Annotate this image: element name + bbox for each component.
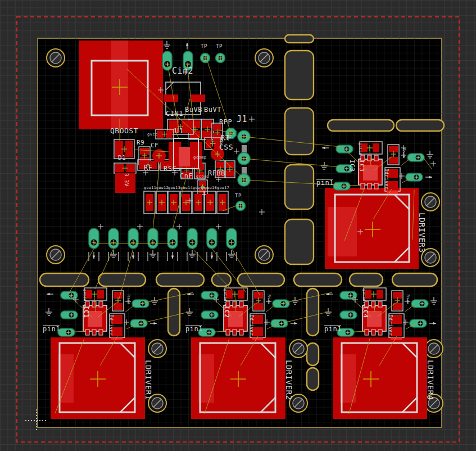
slot-outline (285, 219, 314, 264)
green-oval-pad-h (271, 319, 288, 327)
big-copper-pad: LDRIVER4 (333, 337, 435, 419)
driver-label: Ddriver (249, 315, 254, 336)
ic-pin (378, 301, 382, 307)
ic-pin (374, 155, 378, 161)
ic-pin (239, 330, 243, 335)
green-oval-pad-h (201, 311, 218, 319)
teal-oval-pad (226, 228, 237, 249)
slot-outline (396, 120, 444, 131)
label-ic1: IC1 (83, 306, 90, 318)
pad (377, 290, 383, 299)
sense-label: Rsen (267, 295, 271, 305)
label-cf: CF (151, 142, 158, 149)
label-gcomp: gcomp (193, 155, 207, 160)
label-33v: 3.3V (124, 173, 129, 187)
pcb-canvas[interactable]: LDRIVER3LDRIVER1LDRIVER2LDRIVER4gou11gou… (0, 0, 476, 451)
green-oval-pad-h (407, 154, 424, 161)
mount-hole (47, 49, 65, 67)
mount-hole (425, 340, 443, 358)
label-tp: TP (201, 43, 207, 49)
ic-pin (374, 183, 378, 189)
label-pin1: pin1 (43, 325, 60, 333)
slot-outline (307, 343, 319, 366)
driver-label: Ddriver (388, 315, 393, 336)
ic-pin (371, 301, 375, 307)
board-drawing: LDRIVER3LDRIVER1LDRIVER2LDRIVER4gou11gou… (0, 0, 476, 451)
gou-label: gou14 (180, 186, 193, 190)
label-tp: TP (235, 193, 242, 199)
slot-outline (285, 35, 314, 43)
gou-label: gou15 (193, 186, 205, 190)
label-buvt: BuVT (204, 106, 221, 114)
slot-outline (98, 273, 146, 286)
green-oval-pad-h (61, 311, 78, 319)
ic-pin (226, 330, 230, 335)
sense-label: Rsen (402, 148, 406, 159)
label-rt: RT (221, 134, 229, 142)
label-r9: R9 (137, 139, 144, 146)
ic-pin (361, 183, 365, 189)
diode-stripe (387, 191, 398, 193)
teal-oval-pad (148, 228, 158, 249)
big-pad-label: LDRIVER2 (284, 360, 293, 400)
ic-pin (239, 301, 243, 307)
slot-outline (238, 273, 284, 286)
green-oval-pad-h (410, 319, 427, 327)
pad (164, 94, 178, 102)
slot-outline (328, 120, 394, 131)
mount-hole (47, 246, 65, 264)
ic-pin (233, 301, 237, 307)
label-d1: D1 (118, 154, 126, 161)
big-pad-label: LDRIVER3 (418, 213, 427, 252)
label-rsc: RSC (164, 165, 176, 173)
label-buvb: BuVB (185, 106, 202, 114)
mount-hole (255, 246, 273, 264)
tp-pad (216, 53, 225, 63)
label-rpp: RPP (219, 118, 232, 126)
ic-pin (368, 183, 371, 189)
green-oval-pad-h (340, 311, 357, 319)
ic-pin (365, 330, 369, 335)
teal-oval-pad (89, 228, 99, 249)
big-copper-pad: LDRIVER1 (51, 337, 153, 419)
teal-oval-pad (167, 228, 178, 249)
gou-label: gou11 (144, 186, 156, 190)
pad-column (190, 142, 202, 168)
slot-outline (156, 273, 204, 286)
label-ic4: IC4 (362, 306, 369, 318)
driver-label: Ddriver (108, 315, 114, 336)
ic-pin (92, 330, 96, 335)
slot-outline (350, 273, 383, 286)
pad (97, 290, 104, 299)
green-oval-pad-h (411, 300, 428, 308)
label-pin1: pin1 (185, 325, 203, 333)
top-oval-pad (162, 51, 172, 70)
slot-outline (285, 51, 314, 100)
teal-oval-pad (108, 228, 119, 249)
label-cnf: CnF (180, 172, 193, 180)
label-tp: TP (216, 43, 223, 49)
label-ic2: IC2 (223, 306, 230, 318)
slot-outline (392, 273, 437, 286)
j1-connector (238, 130, 250, 186)
gou-label: gou12 (156, 186, 169, 190)
mount-hole (148, 340, 166, 358)
slot-outline (285, 108, 314, 155)
ic-pin (371, 330, 375, 335)
mount-hole (289, 340, 307, 358)
label-rf: RF (144, 164, 152, 172)
gou-label: gou13 (168, 186, 180, 190)
label-css: CSS (219, 143, 233, 151)
label-j1: J1 (237, 114, 247, 124)
slot-outline (212, 273, 231, 286)
label-gvcc: gvcc (147, 132, 158, 137)
label-u1: U1 (175, 127, 183, 135)
teal-oval-pad (207, 228, 217, 249)
slot-outline (40, 273, 89, 286)
label-pin1: pin1 (316, 179, 334, 187)
ic-pin (99, 301, 103, 307)
tp-pad (201, 53, 210, 63)
pad (373, 143, 379, 152)
mount-hole (421, 193, 439, 211)
label-qboost: QBOOST (110, 127, 138, 135)
